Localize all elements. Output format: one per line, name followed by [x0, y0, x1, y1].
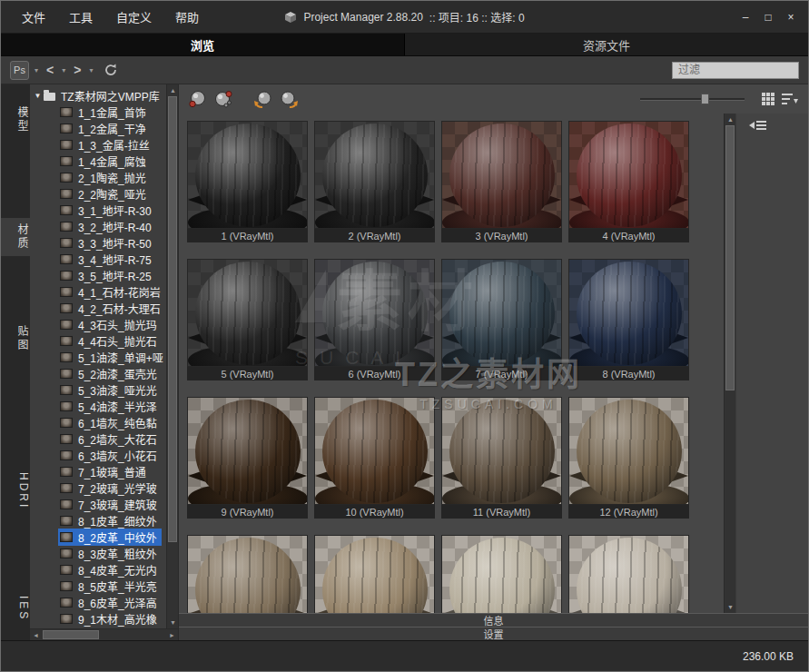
tree-item[interactable]: 8_5皮革_半光亮: [33, 578, 166, 594]
tree-scrollbar[interactable]: ▲ ▼: [166, 84, 178, 628]
material-thumbnail-label: 10 (VRayMtl): [314, 505, 435, 519]
category-tab-4[interactable]: IES: [1, 590, 30, 627]
category-tab-0[interactable]: 模型: [1, 101, 30, 139]
tree-item[interactable]: 8_1皮革_细纹外: [33, 512, 166, 529]
back-button[interactable]: <: [44, 63, 56, 77]
tree-item[interactable]: 5_4油漆_半光泽: [33, 398, 166, 414]
tree-item[interactable]: 1_1金属_首饰: [33, 104, 166, 120]
tree-item[interactable]: 8_3皮革_粗纹外: [33, 545, 166, 561]
material-thumbnail[interactable]: 12 (VRayMtl): [568, 397, 689, 519]
tree-item[interactable]: 7_2玻璃_光学玻: [33, 479, 166, 496]
material-file-icon: [60, 467, 73, 477]
category-tab-1[interactable]: 材质: [1, 218, 30, 256]
photoshop-dropdown-caret-icon[interactable]: ▾: [34, 66, 39, 74]
tree-item[interactable]: 6_2墙灰_大花石: [33, 430, 166, 447]
panel-menu-icon[interactable]: [749, 119, 767, 132]
tree-item[interactable]: 6_3墙灰_小花石: [33, 447, 166, 463]
tree-item[interactable]: 5_2油漆_蛋壳光: [33, 365, 166, 381]
material-thumbnail[interactable]: 8 (VRayMtl): [568, 259, 689, 380]
material-thumbnail[interactable]: 7 (VRayMtl): [441, 259, 562, 380]
tree-scrollbar-thumb[interactable]: [168, 96, 177, 542]
forward-history-caret-icon[interactable]: ▾: [88, 66, 94, 74]
scroll-left-icon[interactable]: ◄: [30, 629, 42, 641]
window-controls: – □ ×: [735, 9, 808, 25]
tab-browse[interactable]: 浏览: [1, 34, 404, 55]
material-thumbnail[interactable]: 11 (VRayMtl): [441, 397, 562, 519]
scroll-down-icon[interactable]: ▼: [725, 601, 736, 613]
tree-item[interactable]: 5_1油漆_单调+哑: [33, 349, 166, 365]
tree-h-scrollbar-thumb[interactable]: [43, 630, 99, 639]
tree-item[interactable]: 4_4石头_抛光石: [33, 332, 166, 349]
menu-item-1[interactable]: 工具: [57, 4, 104, 30]
photoshop-button[interactable]: Ps: [10, 61, 29, 80]
material-thumbnail[interactable]: 5 (VRayMtl): [187, 259, 308, 380]
material-thumbnail[interactable]: [187, 535, 308, 613]
expand-caret-icon[interactable]: ▼: [33, 92, 43, 100]
filter-input[interactable]: [672, 62, 799, 79]
tree-item[interactable]: 1_2金属_干净: [33, 120, 166, 136]
render-preview-icon[interactable]: [253, 89, 273, 109]
tree-item[interactable]: 2_2陶瓷_哑光: [33, 185, 166, 202]
tree-item[interactable]: 8_4皮革_无光内: [33, 561, 166, 578]
minimize-button[interactable]: –: [735, 9, 755, 25]
tree-item[interactable]: 8_2皮革_中纹外: [33, 529, 166, 545]
tree-item[interactable]: 7_1玻璃_普通: [33, 463, 166, 479]
back-history-caret-icon[interactable]: ▾: [61, 66, 66, 74]
tree-item[interactable]: 3_5_地坪-R-25: [33, 267, 166, 283]
settings-panel-header[interactable]: 设置: [179, 627, 808, 640]
scroll-up-icon[interactable]: ▲: [725, 114, 736, 125]
menu-item-3[interactable]: 帮助: [163, 4, 211, 30]
grid-view-icon[interactable]: [761, 92, 775, 106]
tree-item[interactable]: 2_1陶瓷_抛光: [33, 169, 166, 185]
tree-item[interactable]: 7_3玻璃_建筑玻: [33, 496, 166, 512]
thumbnail-scrollbar[interactable]: ▲ ▼: [724, 114, 735, 613]
material-thumbnail[interactable]: 10 (VRayMtl): [314, 397, 435, 519]
thumbnail-size-slider[interactable]: [640, 93, 745, 105]
render-all-previews-icon[interactable]: [279, 89, 299, 109]
tree-item[interactable]: 5_3油漆_哑光光: [33, 381, 166, 398]
tree-item[interactable]: 3_1_地坪-R-30: [33, 202, 166, 218]
menu-item-2[interactable]: 自定义: [104, 4, 163, 30]
tree-item[interactable]: 3_3_地坪-R-50: [33, 234, 166, 251]
tree-item[interactable]: 4_1_石材-花岗岩: [33, 283, 166, 300]
tree-item-label: 1_4金属_腐蚀: [76, 153, 148, 169]
slider-thumb[interactable]: [701, 94, 709, 104]
tree-item[interactable]: 3_2_地坪-R-40: [33, 218, 166, 234]
material-thumbnail[interactable]: 4 (VRayMtl): [568, 121, 689, 242]
scroll-down-icon[interactable]: ▼: [167, 617, 179, 628]
scroll-up-icon[interactable]: ▲: [167, 84, 179, 96]
close-button[interactable]: ×: [781, 9, 801, 25]
menu-item-0[interactable]: 文件: [10, 4, 57, 30]
material-thumbnail[interactable]: 3 (VRayMtl): [441, 121, 562, 242]
tree-item[interactable]: 1_3_金属-拉丝: [33, 136, 166, 153]
maximize-button[interactable]: □: [758, 9, 778, 25]
material-thumbnail[interactable]: [568, 535, 689, 613]
material-thumbnail[interactable]: 1 (VRayMtl): [187, 121, 308, 242]
info-panel-header[interactable]: 信息: [179, 613, 808, 627]
material-thumbnail[interactable]: [314, 535, 435, 613]
thumbnail-scrollbar-thumb[interactable]: [725, 125, 735, 390]
material-thumbnail[interactable]: [441, 535, 562, 613]
material-thumbnail[interactable]: 9 (VRayMtl): [187, 397, 308, 519]
sort-order-icon[interactable]: [781, 92, 799, 106]
tree-item[interactable]: 4_2_石材-大理石: [33, 300, 166, 316]
tree-root[interactable]: ▼ TZ素材网之VMPP库: [33, 87, 166, 104]
refresh-icon[interactable]: [104, 63, 118, 77]
forward-button[interactable]: >: [71, 63, 84, 77]
category-tab-2[interactable]: 贴图: [1, 320, 30, 358]
material-thumbnail[interactable]: 6 (VRayMtl): [314, 259, 435, 380]
category-tab-3[interactable]: HDRI: [1, 467, 30, 515]
material-thumbnail[interactable]: 2 (VRayMtl): [314, 121, 435, 242]
tree-item[interactable]: 8_6皮革_光泽高: [33, 594, 166, 610]
tree-item[interactable]: 9_1木材_高光橡: [33, 610, 166, 627]
tree-item[interactable]: 6_1墙灰_纯色黏: [33, 414, 166, 430]
tree-item[interactable]: 4_3石头_抛光玛: [33, 316, 166, 332]
apply-material-to-selection-icon[interactable]: [213, 89, 233, 109]
tree-item[interactable]: 1_4金属_腐蚀: [33, 153, 166, 169]
scroll-right-icon[interactable]: ►: [166, 629, 178, 641]
tree-item-label: 5_1油漆_单调+哑: [76, 350, 165, 365]
get-material-from-scene-icon[interactable]: [188, 89, 208, 109]
tab-resource-files[interactable]: 资源文件: [404, 34, 808, 55]
tree-item[interactable]: 3_4_地坪-R-75: [33, 251, 166, 267]
tree-h-scrollbar[interactable]: ◄ ►: [30, 628, 178, 640]
